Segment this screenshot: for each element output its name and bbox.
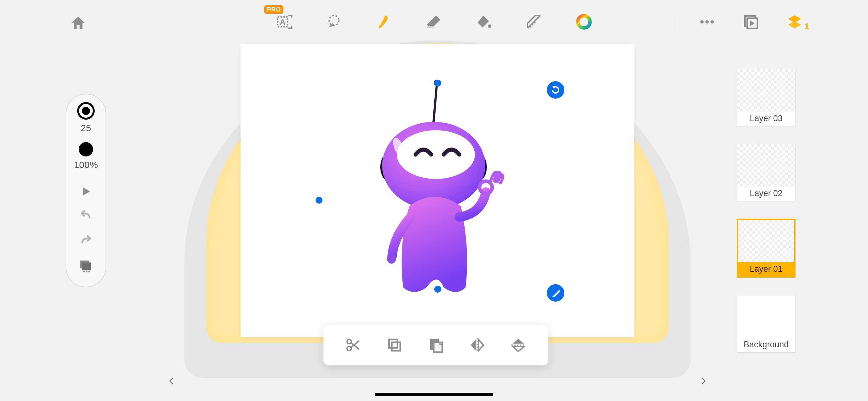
lasso-tool-button[interactable] [323,11,345,33]
toolbar-divider [674,11,674,33]
brush-tool-button[interactable] [373,11,395,33]
svg-point-7 [706,20,709,24]
home-button[interactable] [69,14,88,33]
svg-rect-29 [389,339,398,348]
svg-rect-3 [427,26,433,28]
chevron-right-icon [698,373,708,389]
flip-horizontal-icon [469,337,486,354]
color-tool-button[interactable] [573,11,595,33]
fill-tool-button[interactable] [473,11,495,33]
selection-scale-handle[interactable] [547,284,564,302]
layer-label: Layer 01 [738,262,794,276]
color-wheel-icon [576,14,592,30]
svg-point-15 [86,271,87,272]
svg-point-6 [700,20,704,24]
eraser-tool-button[interactable] [423,11,445,33]
layer-thumbnail [737,69,795,112]
svg-point-22 [397,130,475,179]
opacity-label: 100% [74,160,98,170]
eraser-icon [426,13,442,30]
layer-label: Background [737,338,795,352]
ruler-icon [526,13,542,30]
redo-icon [79,234,93,248]
text-tool-icon: A [276,13,292,30]
top-tools-group: PRO A [260,9,608,34]
brush-size-control[interactable] [77,102,95,120]
next-frame-button[interactable] [697,372,709,390]
paint-bucket-icon [475,13,492,30]
ruler-tool-button[interactable] [523,11,545,33]
opacity-control[interactable] [79,142,93,157]
prev-frame-button[interactable] [165,372,178,390]
canvas-artwork [241,44,634,337]
svg-rect-13 [82,268,91,270]
selection-rotate-handle[interactable] [547,81,564,99]
layer-thumbnail [738,220,794,262]
ellipsis-icon [698,13,716,31]
paste-icon [428,337,444,354]
play-preview-button[interactable] [740,11,762,33]
svg-point-24 [387,255,396,264]
svg-rect-32 [434,342,442,352]
brush-icon [376,13,393,30]
play-stack-icon [742,13,760,31]
flip-horizontal-button[interactable] [466,334,488,356]
top-right-group: 1 [674,9,806,34]
svg-point-16 [88,271,90,272]
selection-context-bar [323,325,548,365]
copy-button[interactable] [384,334,406,356]
flip-vertical-icon [510,337,527,354]
left-tool-panel: 25 100% [66,94,106,287]
top-toolbar: PRO A [0,0,868,44]
layer-label: Layer 02 [737,187,795,201]
layer-item-selected[interactable]: Layer 01 [737,219,796,278]
layers-panel: Layer 03 Layer 02 Layer 01 Background [737,69,799,353]
paste-button[interactable] [425,334,447,356]
layer-label: Layer 03 [737,112,795,126]
play-icon [80,185,92,198]
svg-text:A: A [280,18,286,26]
layer-thumbnail [737,144,795,187]
more-menu-button[interactable] [696,11,718,33]
text-tool-button[interactable]: PRO A [273,11,295,33]
cut-button[interactable] [342,334,364,356]
pro-badge: PRO [264,5,283,14]
layers-toggle-button[interactable]: 1 [784,11,806,33]
chevron-left-icon [167,373,177,389]
svg-point-14 [83,271,85,272]
redo-button[interactable] [76,232,95,251]
selection-handle-top[interactable] [434,80,441,87]
brush-size-label: 25 [81,123,91,133]
svg-point-5 [578,16,590,28]
layers-count-badge: 1 [804,22,809,32]
undo-icon [79,209,93,224]
scissors-icon [345,337,362,354]
layer-item[interactable]: Layer 02 [737,144,796,201]
scale-icon [550,288,561,298]
layer-item[interactable]: Layer 03 [737,69,796,127]
copy-icon [386,337,403,354]
frames-stack-icon [78,259,94,274]
svg-rect-30 [392,342,400,351]
selection-handle-bottom[interactable] [434,286,441,293]
flip-vertical-button[interactable] [507,334,529,356]
home-icon [69,15,87,32]
layer-item-background[interactable]: Background [737,295,796,353]
canvas[interactable] [241,44,634,337]
undo-button[interactable] [76,207,95,226]
svg-point-2 [329,15,339,26]
layer-thumbnail [737,295,795,338]
frames-button[interactable] [76,257,95,276]
selection-handle-left[interactable] [316,197,322,204]
home-indicator [375,393,493,396]
rotate-icon [550,85,561,95]
play-button[interactable] [76,182,95,201]
layers-icon [786,13,803,31]
svg-point-4 [488,24,491,28]
svg-point-8 [711,20,714,24]
lasso-icon [326,13,342,30]
